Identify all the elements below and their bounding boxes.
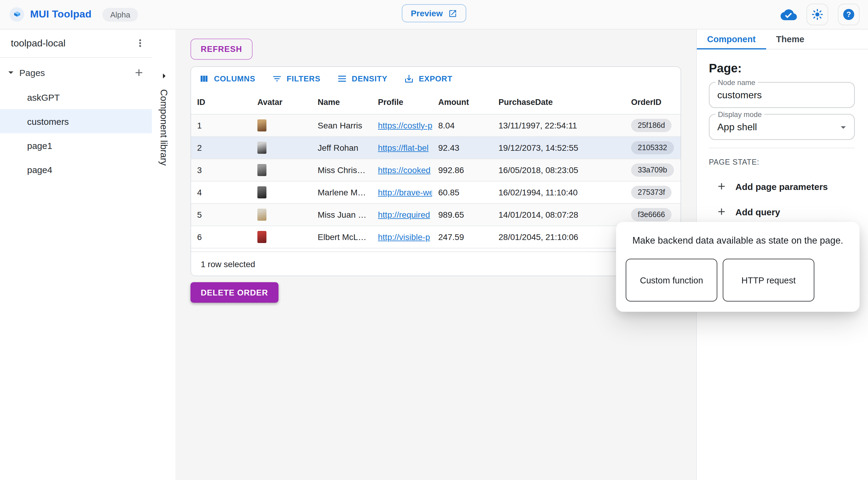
open-in-new-icon	[448, 9, 457, 18]
display-mode-select[interactable]: Display mode App shell	[709, 114, 855, 140]
cell-purchase-date: 28/01/2045, 21:10:06	[493, 232, 625, 242]
cell-id: 4	[191, 187, 251, 197]
cell-name-value: Marlene M…	[318, 187, 366, 197]
profile-link[interactable]: http://brave-we	[378, 187, 432, 197]
cell-avatar	[251, 231, 312, 243]
filter-icon	[272, 73, 282, 84]
cell-amount: 8.04	[432, 121, 493, 130]
cell-amount: 247.59	[432, 232, 493, 242]
delete-order-button[interactable]: DELETE ORDER	[190, 282, 278, 303]
table-row[interactable]: 3Miss Chris…https://cooked992.8616/05/20…	[191, 159, 681, 181]
display-mode-value: App shell	[717, 121, 757, 132]
tab-label: Theme	[776, 34, 804, 44]
table-row[interactable]: 6Elbert McL…http://visible-p247.5928/01/…	[191, 226, 681, 248]
app-title: MUI Toolpad	[30, 8, 92, 21]
add-page-parameters-button[interactable]: Add page parameters	[709, 181, 855, 192]
node-name-field[interactable]: Node name customers	[709, 82, 855, 108]
project-name: toolpad-local	[11, 38, 65, 49]
toolbar-button-label: DENSITY	[352, 74, 387, 83]
cell-order-id: 2105332	[625, 141, 681, 154]
cell-amount-value: 8.04	[438, 121, 455, 130]
cell-amount: 989.65	[432, 210, 493, 219]
chevron-right-icon[interactable]	[158, 70, 170, 82]
sidebar-item-label: customers	[27, 116, 69, 126]
column-header-name[interactable]: Name	[312, 97, 372, 107]
column-header-id[interactable]: ID	[191, 97, 251, 107]
column-header-orderid[interactable]: OrderID	[625, 97, 681, 107]
table-row[interactable]: 4Marlene M…http://brave-we60.8516/02/199…	[191, 181, 681, 204]
table-row[interactable]: 1Sean Harrishttps://costly-p8.0413/11/19…	[191, 115, 681, 137]
toolbar-density-button[interactable]: DENSITY	[337, 73, 387, 84]
chevron-down-icon[interactable]	[5, 66, 17, 79]
cell-profile: http://visible-p	[372, 232, 432, 242]
order-id-chip: 25f186d	[631, 119, 672, 132]
app-bar: MUI Toolpad Alpha Preview	[0, 0, 868, 30]
theme-toggle-button[interactable]	[807, 4, 828, 25]
sidebar-item-label: page1	[27, 140, 52, 150]
cell-purchase-date-value: 16/02/1994, 11:10:40	[498, 187, 578, 197]
profile-link[interactable]: http://visible-p	[378, 232, 430, 242]
add-page-icon[interactable]	[133, 67, 145, 78]
popup-buttons: Custom functionHTTP request	[626, 259, 814, 301]
section-divider	[709, 148, 855, 148]
sidebar-item-label: page4	[27, 164, 52, 175]
cell-purchase-date: 14/01/2014, 08:07:28	[493, 210, 625, 219]
node-name-label: Node name	[715, 79, 758, 87]
sidebar-item-page4[interactable]: page4	[0, 157, 152, 181]
component-library-label[interactable]: Component library	[158, 89, 169, 166]
tab-component[interactable]: Component	[697, 29, 766, 49]
cell-avatar	[251, 209, 312, 221]
avatar	[257, 231, 267, 243]
cell-profile: http://required	[372, 210, 432, 219]
cell-id-value: 6	[197, 232, 202, 242]
light-mode-icon	[811, 8, 824, 21]
profile-link[interactable]: https://cooked	[378, 165, 430, 175]
column-header-profile[interactable]: Profile	[372, 97, 432, 107]
cell-purchase-date-value: 13/11/1997, 22:54:11	[498, 121, 577, 130]
order-id-chip: 275373f	[631, 186, 672, 199]
plus-icon	[716, 206, 727, 217]
pages-section-header: Pages	[0, 60, 152, 85]
custom-function-button[interactable]: Custom function	[626, 259, 717, 301]
cell-order-id: f3e6666	[625, 208, 681, 221]
toolbar-filters-button[interactable]: FILTERS	[272, 73, 320, 84]
cell-id-value: 2	[197, 143, 202, 153]
grid-footer: 1 row selected	[191, 251, 681, 276]
avatar	[257, 209, 267, 221]
cell-avatar	[251, 186, 312, 199]
chevron-down-icon	[837, 121, 849, 133]
cell-amount-value: 247.59	[438, 232, 464, 242]
column-header-avatar[interactable]: Avatar	[251, 97, 312, 107]
inspector-body: Page: Node name customers Display mode A…	[697, 61, 868, 217]
preview-button[interactable]: Preview	[402, 4, 466, 22]
kebab-menu-icon[interactable]	[134, 37, 146, 49]
sidebar-item-customers[interactable]: customers	[0, 109, 152, 133]
profile-link[interactable]: https://costly-p	[378, 121, 432, 130]
state-action-label: Add page parameters	[735, 181, 828, 191]
cell-name: Miss Chris…	[312, 165, 372, 175]
toolbar-export-button[interactable]: EXPORT	[404, 73, 453, 84]
sidebar-item-askGPT[interactable]: askGPT	[0, 85, 152, 109]
table-row[interactable]: 2Jeff Rohanhttps://flat-bel92.4319/12/20…	[191, 137, 681, 159]
page-state-label: PAGE STATE:	[709, 158, 855, 167]
cell-name: Elbert McL…	[312, 232, 372, 242]
toolbar-columns-button[interactable]: COLUMNS	[199, 73, 255, 84]
table-row[interactable]: 5Miss Juan …http://required989.6514/01/2…	[191, 204, 681, 226]
profile-link[interactable]: https://flat-bel	[378, 143, 429, 153]
column-header-amount[interactable]: Amount	[432, 97, 493, 107]
help-icon: ?	[842, 8, 855, 21]
order-id-chip: f3e6666	[631, 208, 672, 221]
cell-name-value: Jeff Rohan	[318, 143, 358, 153]
cell-purchase-date: 13/11/1997, 22:54:11	[493, 121, 625, 130]
cloud-done-icon[interactable]	[781, 6, 797, 23]
node-name-value: customers	[717, 90, 762, 100]
cell-name-value: Miss Juan …	[318, 210, 367, 219]
help-button[interactable]: ?	[838, 4, 860, 25]
refresh-button[interactable]: REFRESH	[190, 38, 252, 60]
tab-theme[interactable]: Theme	[766, 29, 815, 49]
profile-link[interactable]: http://required	[378, 210, 430, 219]
sidebar-item-page1[interactable]: page1	[0, 133, 152, 157]
column-header-purchasedate[interactable]: PurchaseDate	[493, 97, 625, 107]
add-query-button[interactable]: Add query	[709, 206, 855, 217]
http-request-button[interactable]: HTTP request	[723, 259, 814, 301]
